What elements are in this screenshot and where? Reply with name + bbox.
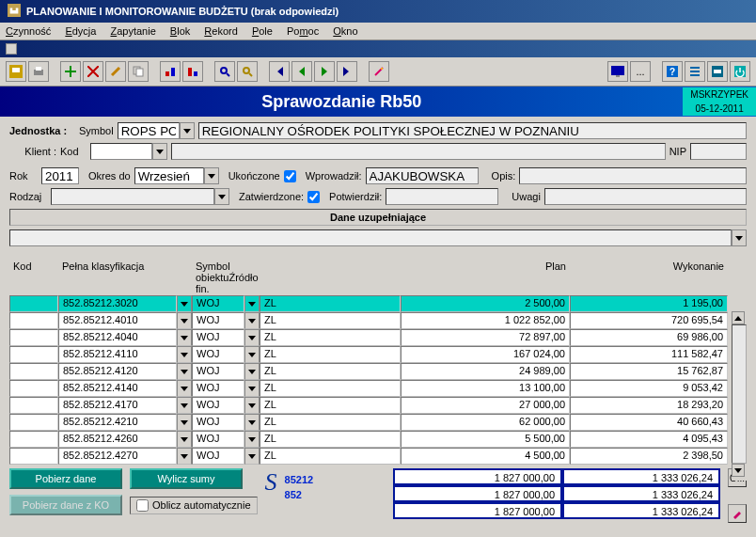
cell-zrodlo[interactable]: ZL xyxy=(260,414,401,431)
cell-obj[interactable]: WOJ xyxy=(192,431,244,448)
cell-kod[interactable] xyxy=(9,312,58,329)
key-icon[interactable] xyxy=(707,61,728,82)
cell-zrodlo[interactable]: ZL xyxy=(260,431,401,448)
pobierz-button[interactable]: Pobierz dane xyxy=(9,468,122,489)
first-icon[interactable] xyxy=(269,61,290,82)
okres-dropdown[interactable] xyxy=(204,167,219,184)
cell-zrodlo[interactable]: ZL xyxy=(260,295,401,312)
rodzaj-input[interactable] xyxy=(51,188,214,205)
obj-dropdown-icon[interactable] xyxy=(244,431,260,448)
cell-obj[interactable]: WOJ xyxy=(192,414,244,431)
prev-icon[interactable] xyxy=(291,61,312,82)
opis-input[interactable] xyxy=(519,167,747,184)
cell-klas[interactable]: 852.85212.4270 xyxy=(58,448,177,465)
copy-icon[interactable] xyxy=(128,61,149,82)
klas-dropdown-icon[interactable] xyxy=(177,431,192,448)
kod-dropdown[interactable] xyxy=(152,143,167,160)
cell-kod[interactable] xyxy=(9,397,58,414)
cell-klas[interactable]: 852.85212.4010 xyxy=(58,312,177,329)
klas-dropdown-icon[interactable] xyxy=(177,329,192,346)
cell-zrodlo[interactable]: ZL xyxy=(260,329,401,346)
cell-klas[interactable]: 852.85212.4260 xyxy=(58,431,177,448)
cell-wyk[interactable]: 111 582,47 xyxy=(570,346,728,363)
obj-dropdown-icon[interactable] xyxy=(244,414,260,431)
wand-icon[interactable] xyxy=(369,61,389,82)
cell-kod[interactable] xyxy=(9,329,58,346)
obj-dropdown-icon[interactable] xyxy=(244,312,260,329)
cell-wyk[interactable]: 720 695,54 xyxy=(570,312,728,329)
cell-kod[interactable] xyxy=(9,346,58,363)
table-row[interactable]: 852.85212.4170WOJZL27 000,0018 293,20 xyxy=(9,397,747,414)
cell-kod[interactable] xyxy=(9,295,58,312)
tool-b-icon[interactable] xyxy=(182,61,203,82)
cell-kod[interactable] xyxy=(9,380,58,397)
klas-dropdown-icon[interactable] xyxy=(177,414,192,431)
rok-input[interactable] xyxy=(41,167,79,184)
add-icon[interactable] xyxy=(60,61,81,82)
cell-klas[interactable]: 852.85212.4140 xyxy=(58,380,177,397)
ukonczone-checkbox[interactable] xyxy=(284,170,296,182)
scroll-down-icon[interactable] xyxy=(732,464,745,477)
kod-input[interactable] xyxy=(90,143,152,160)
cell-plan[interactable]: 13 100,00 xyxy=(401,380,570,397)
cell-wyk[interactable]: 15 762,87 xyxy=(570,363,728,380)
jednostka-symbol-dropdown[interactable] xyxy=(180,122,195,139)
cell-obj[interactable]: WOJ xyxy=(192,346,244,363)
klas-dropdown-icon[interactable] xyxy=(177,312,192,329)
table-row[interactable]: 852.85212.4140WOJZL13 100,009 053,42 xyxy=(9,380,747,397)
cell-klas[interactable]: 852.85212.4110 xyxy=(58,346,177,363)
child-window-icon[interactable] xyxy=(6,43,17,55)
cell-klas[interactable]: 852.85212.4040 xyxy=(58,329,177,346)
obj-dropdown-icon[interactable] xyxy=(244,295,260,312)
last-icon[interactable] xyxy=(337,61,357,82)
search-icon[interactable] xyxy=(214,61,235,82)
pencil-button[interactable] xyxy=(728,504,747,523)
cell-kod[interactable] xyxy=(9,363,58,380)
cell-klas[interactable]: 852.85212.3020 xyxy=(58,295,177,312)
menu-edycja[interactable]: Edycja xyxy=(65,25,96,37)
obj-dropdown-icon[interactable] xyxy=(244,363,260,380)
cell-klas[interactable]: 852.85212.4170 xyxy=(58,397,177,414)
zatwierdzone-checkbox[interactable] xyxy=(307,191,320,203)
grid-scrollbar[interactable] xyxy=(732,311,747,481)
cell-obj[interactable]: WOJ xyxy=(192,295,244,312)
screen-icon[interactable] xyxy=(607,61,628,82)
obj-dropdown-icon[interactable] xyxy=(244,346,260,363)
klas-dropdown-icon[interactable] xyxy=(177,448,192,465)
table-row[interactable]: 852.85212.4010WOJZL1 022 852,00720 695,5… xyxy=(9,312,747,329)
menu-okno[interactable]: Okno xyxy=(333,25,357,37)
rodzaj-dropdown[interactable] xyxy=(214,188,229,205)
cell-plan[interactable]: 27 000,00 xyxy=(401,397,570,414)
cell-zrodlo[interactable]: ZL xyxy=(260,397,401,414)
exit-icon[interactable] xyxy=(730,61,750,82)
table-row[interactable]: 852.85212.4040WOJZL72 897,0069 986,00 xyxy=(9,329,747,346)
cell-plan[interactable]: 4 500,00 xyxy=(401,448,570,465)
cell-plan[interactable]: 72 897,00 xyxy=(401,329,570,346)
next-icon[interactable] xyxy=(314,61,335,82)
cell-plan[interactable]: 62 000,00 xyxy=(401,414,570,431)
cell-wyk[interactable]: 40 660,43 xyxy=(570,414,728,431)
cell-zrodlo[interactable]: ZL xyxy=(260,312,401,329)
cell-wyk[interactable]: 4 095,43 xyxy=(570,431,728,448)
cell-obj[interactable]: WOJ xyxy=(192,312,244,329)
list-icon[interactable] xyxy=(685,61,705,82)
cell-plan[interactable]: 1 022 852,00 xyxy=(401,312,570,329)
cell-zrodlo[interactable]: ZL xyxy=(260,363,401,380)
table-row[interactable]: 852.85212.4270WOJZL4 500,002 398,50 xyxy=(9,448,747,465)
table-row[interactable]: 852.85212.4260WOJZL5 500,004 095,43 xyxy=(9,431,747,448)
cell-kod[interactable] xyxy=(9,448,58,465)
cell-plan[interactable]: 2 500,00 xyxy=(401,295,570,312)
klas-dropdown-icon[interactable] xyxy=(177,363,192,380)
dots-icon[interactable]: ... xyxy=(630,61,651,82)
cell-wyk[interactable]: 18 293,20 xyxy=(570,397,728,414)
cell-zrodlo[interactable]: ZL xyxy=(260,448,401,465)
find-icon[interactable] xyxy=(237,61,258,82)
help-icon[interactable]: ? xyxy=(662,61,683,82)
tool-a-icon[interactable] xyxy=(160,61,181,82)
klas-dropdown-icon[interactable] xyxy=(177,295,192,312)
cell-klas[interactable]: 852.85212.4210 xyxy=(58,414,177,431)
jednostka-symbol-input[interactable] xyxy=(118,122,180,139)
obj-dropdown-icon[interactable] xyxy=(244,380,260,397)
cell-plan[interactable]: 167 024,00 xyxy=(401,346,570,363)
klas-dropdown-icon[interactable] xyxy=(177,346,192,363)
